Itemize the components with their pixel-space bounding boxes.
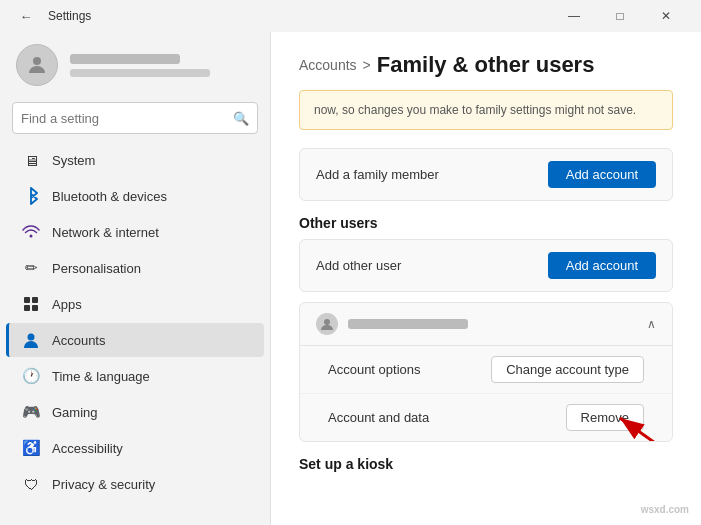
remove-button[interactable]: Remove [566, 404, 644, 431]
change-account-type-button[interactable]: Change account type [491, 356, 644, 383]
gaming-icon: 🎮 [22, 403, 40, 421]
svg-point-6 [28, 334, 35, 341]
sidebar-item-bluetooth[interactable]: Bluetooth & devices [6, 179, 264, 213]
account-data-label: Account and data [328, 410, 429, 425]
personalisation-icon: ✏ [22, 259, 40, 277]
time-icon: 🕐 [22, 367, 40, 385]
sidebar-item-network[interactable]: Network & internet [6, 215, 264, 249]
sidebar-item-accounts[interactable]: Accounts [6, 323, 264, 357]
add-other-user-button[interactable]: Add account [548, 252, 656, 279]
title-bar: ← Settings — □ ✕ [0, 0, 701, 32]
sidebar-item-privacy[interactable]: 🛡 Privacy & security [6, 467, 264, 501]
svg-point-7 [324, 319, 330, 325]
sidebar-label-accounts: Accounts [52, 333, 105, 348]
svg-rect-2 [24, 297, 30, 303]
sidebar-label-accessibility: Accessibility [52, 441, 123, 456]
user-profile [0, 32, 270, 102]
user-account-row: ∧ Account options Change account type Ac… [299, 302, 673, 442]
account-options-label: Account options [328, 362, 421, 377]
sidebar-label-bluetooth: Bluetooth & devices [52, 189, 167, 204]
sidebar-label-network: Network & internet [52, 225, 159, 240]
breadcrumb: Accounts > Family & other users [299, 52, 673, 78]
accounts-icon [22, 331, 40, 349]
system-icon: 🖥 [22, 151, 40, 169]
apps-icon [22, 295, 40, 313]
breadcrumb-separator: > [363, 57, 371, 73]
minimize-button[interactable]: — [551, 0, 597, 32]
user-account-avatar [316, 313, 338, 335]
sidebar-label-personalisation: Personalisation [52, 261, 141, 276]
privacy-icon: 🛡 [22, 475, 40, 493]
add-family-account-button[interactable]: Add account [548, 161, 656, 188]
breadcrumb-current: Family & other users [377, 52, 595, 78]
sidebar-item-personalisation[interactable]: ✏ Personalisation [6, 251, 264, 285]
breadcrumb-parent: Accounts [299, 57, 357, 73]
family-member-label: Add a family member [316, 167, 439, 182]
accessibility-icon: ♿ [22, 439, 40, 457]
avatar [16, 44, 58, 86]
svg-point-0 [33, 57, 41, 65]
user-account-name-blurred [348, 319, 468, 329]
sidebar-label-system: System [52, 153, 95, 168]
user-account-header[interactable]: ∧ [300, 303, 672, 345]
family-member-row: Add a family member Add account [299, 148, 673, 201]
account-options-panel: Account options Change account type Acco… [300, 345, 672, 441]
svg-rect-5 [32, 305, 38, 311]
chevron-up-icon: ∧ [647, 317, 656, 331]
kiosk-heading: Set up a kiosk [299, 456, 673, 472]
account-data-row: Account and data Remove [300, 394, 672, 441]
close-button[interactable]: ✕ [643, 0, 689, 32]
user-email-blurred [70, 69, 210, 77]
maximize-button[interactable]: □ [597, 0, 643, 32]
account-options-row: Account options Change account type [300, 346, 672, 394]
app-body: 🔍 🖥 System Bluetooth & devices Network &… [0, 32, 701, 525]
sidebar-item-apps[interactable]: Apps [6, 287, 264, 321]
network-icon [22, 223, 40, 241]
svg-rect-3 [32, 297, 38, 303]
sidebar-item-time[interactable]: 🕐 Time & language [6, 359, 264, 393]
user-info [70, 54, 210, 77]
sidebar-label-time: Time & language [52, 369, 150, 384]
watermark: wsxd.com [637, 502, 693, 517]
svg-point-1 [30, 235, 33, 238]
sidebar-item-gaming[interactable]: 🎮 Gaming [6, 395, 264, 429]
sidebar-label-privacy: Privacy & security [52, 477, 155, 492]
svg-rect-4 [24, 305, 30, 311]
sidebar-label-apps: Apps [52, 297, 82, 312]
add-other-user-row: Add other user Add account [299, 239, 673, 292]
main-content: Accounts > Family & other users now, so … [270, 32, 701, 525]
add-other-user-label: Add other user [316, 258, 401, 273]
other-users-heading: Other users [299, 215, 673, 231]
back-button[interactable]: ← [12, 2, 40, 30]
search-box[interactable]: 🔍 [12, 102, 258, 134]
sidebar-item-accessibility[interactable]: ♿ Accessibility [6, 431, 264, 465]
user-name-blurred [70, 54, 180, 64]
bluetooth-icon [22, 187, 40, 205]
warning-banner: now, so changes you make to family setti… [299, 90, 673, 130]
sidebar-label-gaming: Gaming [52, 405, 98, 420]
back-icon: ← [20, 9, 33, 24]
window-title: Settings [48, 9, 91, 23]
search-input[interactable] [21, 111, 233, 126]
sidebar-item-system[interactable]: 🖥 System [6, 143, 264, 177]
search-icon: 🔍 [233, 111, 249, 126]
warning-text: now, so changes you make to family setti… [314, 103, 636, 117]
sidebar: 🔍 🖥 System Bluetooth & devices Network &… [0, 32, 270, 525]
